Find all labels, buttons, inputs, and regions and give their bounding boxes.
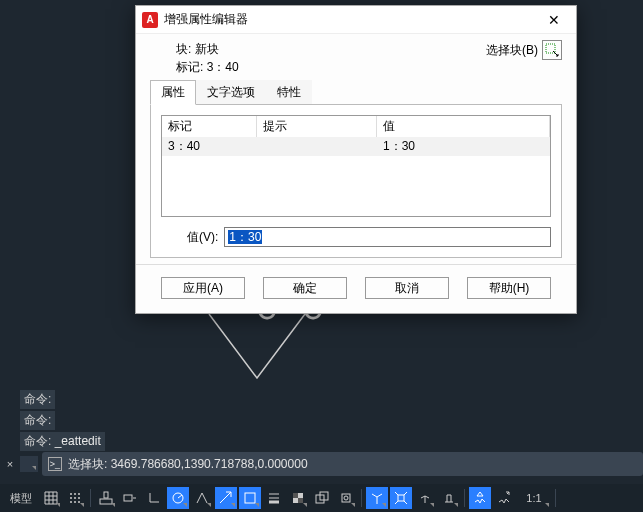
attribute-list[interactable]: 标记 提示 值 3：40 1：30 <box>161 115 551 217</box>
svg-point-20 <box>344 496 348 500</box>
cancel-button[interactable]: 取消 <box>365 277 449 299</box>
status-bar: 模型 1:1 <box>0 484 643 512</box>
svg-rect-11 <box>124 495 132 501</box>
divider <box>555 489 556 507</box>
tab-attributes[interactable]: 属性 <box>150 80 196 105</box>
transparency-button[interactable] <box>287 487 309 509</box>
divider <box>361 489 362 507</box>
selection-cycling-button[interactable] <box>311 487 333 509</box>
value-input[interactable]: 1：30 <box>224 227 551 247</box>
divider <box>90 489 91 507</box>
dialog-titlebar[interactable]: A 增强属性编辑器 ✕ <box>136 6 576 34</box>
cell-value: 1：30 <box>377 137 550 156</box>
svg-rect-21 <box>398 495 404 501</box>
command-input[interactable]: >_ 选择块: 3469.786680,1390.718788,0.000000 <box>42 452 643 476</box>
svg-point-0 <box>70 493 72 495</box>
cmd-close-icon[interactable]: × <box>0 458 20 470</box>
selection-filter-button[interactable] <box>390 487 412 509</box>
select-block-label: 选择块(B) <box>486 42 538 59</box>
dialog-close-button[interactable]: ✕ <box>538 9 570 31</box>
dialog-title: 增强属性编辑器 <box>164 11 538 28</box>
object-snap-button[interactable] <box>239 487 261 509</box>
list-header: 标记 提示 值 <box>162 116 550 137</box>
svg-rect-19 <box>342 494 350 502</box>
svg-point-6 <box>70 501 72 503</box>
annotation-visibility-button[interactable] <box>438 487 460 509</box>
command-bar: × >_ 选择块: 3469.786680,1390.718788,0.0000… <box>0 450 643 478</box>
ortho-mode-button[interactable] <box>143 487 165 509</box>
cmd-value: 3469.786680,1390.718788,0.000000 <box>111 457 308 471</box>
model-tab[interactable]: 模型 <box>4 487 38 509</box>
col-value[interactable]: 值 <box>377 116 550 137</box>
dynamic-input-button[interactable] <box>119 487 141 509</box>
svg-point-2 <box>78 493 80 495</box>
select-block-button[interactable] <box>542 40 562 60</box>
cell-tag: 3：40 <box>162 137 257 156</box>
app-icon: A <box>142 12 158 28</box>
ok-button[interactable]: 确定 <box>263 277 347 299</box>
dynamic-ucs-button[interactable] <box>366 487 388 509</box>
snap-mode-button[interactable] <box>64 487 86 509</box>
cell-prompt <box>257 137 377 156</box>
svg-rect-15 <box>293 493 298 498</box>
cmd-line: 命令: <box>20 411 55 430</box>
3d-osnap-button[interactable] <box>335 487 357 509</box>
list-row[interactable]: 3：40 1：30 <box>162 137 550 156</box>
annotation-scale-icon[interactable] <box>493 487 515 509</box>
svg-rect-13 <box>245 493 255 503</box>
apply-button[interactable]: 应用(A) <box>161 277 245 299</box>
grid-display-button[interactable] <box>40 487 62 509</box>
gizmo-button[interactable] <box>414 487 436 509</box>
cmd-prompt-icon: >_ <box>48 457 62 471</box>
drawing-triangle <box>207 312 307 382</box>
block-meta: 块: 新块 标记: 3：40 <box>176 40 239 76</box>
command-history: 命令: 命令: 命令: _eattedit <box>20 390 105 453</box>
cmd-prompt: 选择块: <box>68 456 107 473</box>
svg-point-4 <box>74 497 76 499</box>
osnap-tracking-button[interactable] <box>215 487 237 509</box>
tab-strip: 属性 文字选项 特性 <box>150 80 562 105</box>
autoscale-button[interactable] <box>469 487 491 509</box>
tab-text-options[interactable]: 文字选项 <box>196 80 266 105</box>
isometric-drafting-button[interactable] <box>191 487 213 509</box>
infer-constraints-button[interactable] <box>95 487 117 509</box>
cmd-line: 命令: _eattedit <box>20 432 105 451</box>
tab-panel-attributes: 标记 提示 值 3：40 1：30 值(V): 1：30 <box>150 104 562 258</box>
col-prompt[interactable]: 提示 <box>257 116 377 137</box>
svg-point-7 <box>74 501 76 503</box>
enhanced-attribute-editor-dialog: A 增强属性编辑器 ✕ 块: 新块 标记: 3：40 选择块(B) 属性 文字选… <box>135 5 577 314</box>
lineweight-button[interactable] <box>263 487 285 509</box>
col-tag[interactable]: 标记 <box>162 116 257 137</box>
help-button[interactable]: 帮助(H) <box>467 277 551 299</box>
cmd-line: 命令: <box>20 390 55 409</box>
svg-point-8 <box>78 501 80 503</box>
divider <box>464 489 465 507</box>
svg-rect-10 <box>104 492 108 498</box>
svg-point-3 <box>70 497 72 499</box>
tab-properties[interactable]: 特性 <box>266 80 312 105</box>
annotation-scale-value[interactable]: 1:1 <box>517 487 551 509</box>
svg-rect-9 <box>100 499 112 504</box>
value-label: 值(V): <box>187 229 218 246</box>
polar-tracking-button[interactable] <box>167 487 189 509</box>
cmd-recent-button[interactable] <box>20 456 38 472</box>
svg-point-5 <box>78 497 80 499</box>
svg-rect-16 <box>298 498 303 503</box>
svg-point-1 <box>74 493 76 495</box>
